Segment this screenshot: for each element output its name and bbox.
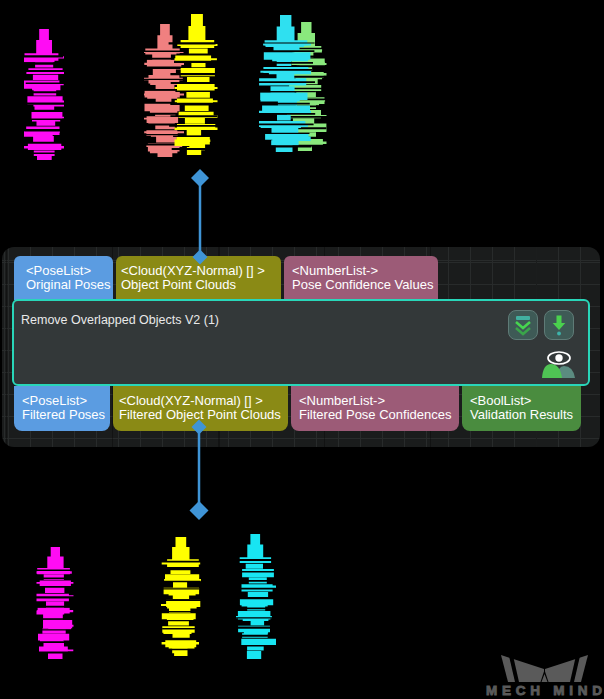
- svg-text:MECH MIND: MECH MIND: [486, 683, 603, 698]
